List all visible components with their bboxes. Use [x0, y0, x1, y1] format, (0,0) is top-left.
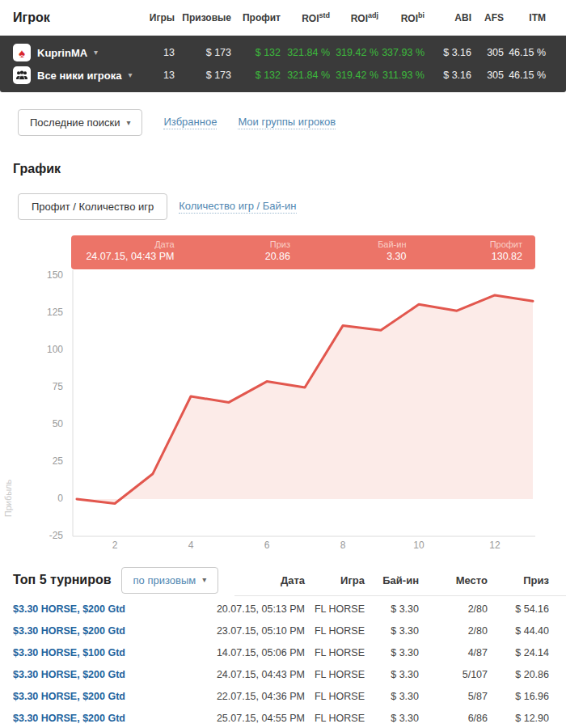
tab-games-buyin[interactable]: Количество игр / Бай-ин	[179, 200, 296, 214]
tab-profit-games[interactable]: Профит / Количество игр	[18, 193, 167, 220]
cell-afs: 305	[471, 70, 504, 81]
profit-chart[interactable]: Дата 24.07.15, 04:43 PM Приз 20.86 Бай-и…	[0, 233, 566, 560]
tournament-link[interactable]: $3.30 HORSE, $200 Gtd	[13, 603, 125, 615]
cell-roi-bi: 311.93 %	[378, 70, 424, 81]
page-title: Игрок	[0, 11, 137, 25]
cell-prizes: $ 173	[175, 47, 231, 58]
cell-date: 22.07.15, 04:36 PM	[194, 691, 305, 702]
cell-buyin: $ 3.30	[365, 713, 419, 724]
cell-date: 23.07.15, 05:10 PM	[194, 625, 305, 637]
cell-prize: $ 44.40	[488, 625, 549, 637]
cell-prize: $ 20.86	[488, 669, 549, 680]
sort-by-prizes-dropdown[interactable]: по призовым	[121, 567, 219, 594]
col-game: Игра	[305, 574, 365, 586]
col-roi-bi: ROIbi	[378, 11, 424, 24]
player-group-label: Все ники игрока	[37, 70, 121, 82]
col-place: Место	[419, 574, 488, 586]
col-buyin: Бай-ин	[365, 574, 419, 586]
player-row: Все ники игрока 13 $ 173 $ 132 321.84 % …	[0, 64, 566, 87]
player-stats-page: Игрок Игры Призовые Профит ROIstd ROIadj…	[0, 0, 566, 728]
chart-tooltip: Дата 24.07.15, 04:43 PM Приз 20.86 Бай-и…	[71, 235, 535, 269]
cell-games: 13	[137, 47, 175, 58]
x-tick-label: 10	[407, 540, 431, 551]
tournament-link[interactable]: $3.30 HORSE, $200 Gtd	[13, 669, 125, 680]
tournament-link[interactable]: $3.30 HORSE, $200 Gtd	[13, 691, 125, 702]
cell-game: FL HORSE	[305, 691, 365, 702]
cell-prize: $ 24.14	[488, 647, 549, 658]
all-nicknames-dropdown[interactable]: Все ники игрока	[0, 66, 137, 84]
tooltip-buyin-value: 3.30	[303, 250, 407, 264]
y-tick-label: 75	[23, 381, 63, 392]
cell-buyin: $ 3.30	[365, 669, 419, 680]
cell-roi-std: 321.84 %	[281, 47, 330, 58]
table-row: $3.30 HORSE, $200 Gtd 23.07.15, 05:10 PM…	[0, 620, 566, 641]
profit-line-chart[interactable]	[0, 233, 566, 560]
chevron-down-icon	[126, 119, 130, 127]
cell-game: FL HORSE	[305, 647, 365, 658]
tournament-link[interactable]: $3.30 HORSE, $200 Gtd	[13, 625, 125, 637]
col-games: Игры	[137, 12, 175, 23]
col-prize: Приз	[488, 574, 549, 586]
player-group-glyph	[15, 70, 28, 81]
table-row: $3.30 HORSE, $200 Gtd 20.07.15, 05:13 PM…	[0, 598, 566, 620]
cell-place: 5/107	[419, 669, 488, 680]
cell-prize: $ 12.90	[488, 713, 549, 724]
table-row: $3.30 HORSE, $100 Gtd 14.07.15, 05:06 PM…	[0, 641, 566, 663]
cell-place: 2/80	[419, 625, 488, 637]
x-tick-label: 6	[255, 540, 279, 551]
tooltip-date-label: Дата	[71, 239, 175, 250]
x-tick-label: 12	[483, 540, 507, 551]
col-date: Дата	[243, 574, 305, 586]
chevron-down-icon	[202, 576, 206, 584]
chart-section-title: График	[13, 162, 61, 176]
recent-searches-dropdown[interactable]: Последние поиски	[18, 109, 142, 136]
cell-buyin: $ 3.30	[365, 691, 419, 702]
cell-buyin: $ 3.30	[365, 625, 419, 637]
tournament-link[interactable]: $3.30 HORSE, $100 Gtd	[13, 647, 125, 658]
tooltip-prize-label: Приз	[188, 239, 291, 250]
cell-abi: $ 3.16	[424, 70, 471, 81]
player-name-dropdown[interactable]: KuprinMA	[0, 44, 137, 61]
tooltip-prize-value: 20.86	[188, 250, 291, 264]
y-tick-label: 100	[23, 344, 63, 355]
cell-game: FL HORSE	[305, 713, 365, 724]
player-group-icon	[13, 66, 31, 84]
cell-game: FL HORSE	[305, 625, 365, 637]
cell-itm: 46.15 %	[504, 47, 546, 58]
cell-roi-std: 321.84 %	[281, 70, 330, 81]
x-tick-label: 8	[331, 540, 355, 551]
cell-place: 5/87	[419, 691, 488, 702]
cell-afs: 305	[471, 47, 504, 58]
col-prizes: Призовые	[175, 12, 231, 23]
table-row: $3.30 HORSE, $200 Gtd 25.07.15, 04:55 PM…	[0, 707, 566, 728]
y-tick-label: 50	[23, 418, 63, 430]
y-tick-label: 0	[23, 493, 63, 504]
cell-date: 20.07.15, 05:13 PM	[194, 603, 305, 615]
cell-prize: $ 54.16	[488, 603, 549, 615]
y-axis-title: Прибыль	[3, 474, 13, 523]
cell-game: FL HORSE	[305, 603, 365, 615]
stats-header-row: Игрок Игры Призовые Профит ROIstd ROIadj…	[0, 0, 566, 36]
player-row: KuprinMA 13 $ 173 $ 132 321.84 % 319.42 …	[0, 41, 566, 64]
y-tick-label: 125	[23, 307, 63, 318]
tooltip-buyin-label: Бай-ин	[303, 239, 407, 250]
top5-title: Топ 5 турниров	[13, 573, 112, 587]
cell-buyin: $ 3.30	[365, 647, 419, 658]
favorites-link[interactable]: Избранное	[163, 116, 217, 129]
my-player-groups-link[interactable]: Мои группы игроков	[238, 116, 336, 129]
cell-date: 24.07.15, 04:43 PM	[194, 669, 305, 680]
top5-header-row: Топ 5 турниров по призовым Дата Игра Бай…	[0, 565, 566, 595]
cell-roi-adj: 319.42 %	[330, 70, 378, 81]
top5-table: $3.30 HORSE, $200 Gtd 20.07.15, 05:13 PM…	[0, 598, 566, 728]
cell-place: 6/86	[419, 713, 488, 724]
tooltip-profit-label: Профит	[420, 239, 523, 250]
profit-area	[77, 295, 533, 504]
cell-prizes: $ 173	[175, 70, 231, 81]
table-row: $3.30 HORSE, $200 Gtd 22.07.15, 04:36 PM…	[0, 685, 566, 707]
cell-date: 14.07.15, 05:06 PM	[194, 647, 305, 658]
tournament-link[interactable]: $3.30 HORSE, $200 Gtd	[13, 713, 125, 724]
col-abi: ABI	[424, 12, 471, 23]
cell-itm: 46.15 %	[504, 70, 546, 81]
cell-games: 13	[137, 70, 175, 81]
x-tick-label: 4	[179, 540, 203, 551]
